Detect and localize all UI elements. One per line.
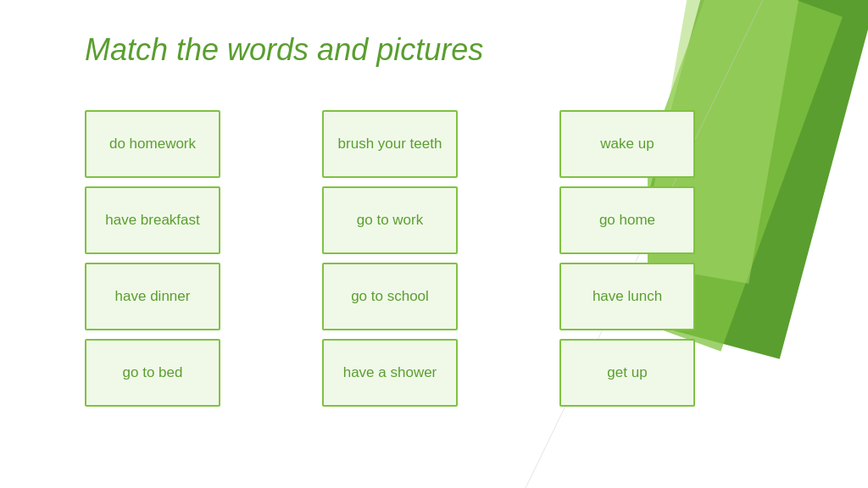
word-grid: do homeworkbrush your teethwake uphave b…	[85, 110, 695, 407]
word-card-brush-your-teeth[interactable]: brush your teeth	[322, 110, 458, 178]
word-card-do-homework[interactable]: do homework	[85, 110, 220, 178]
word-card-go-to-bed[interactable]: go to bed	[85, 339, 220, 407]
word-card-wake-up[interactable]: wake up	[559, 110, 695, 178]
word-card-go-home[interactable]: go home	[559, 186, 695, 254]
word-card-have-breakfast[interactable]: have breakfast	[85, 186, 220, 254]
page-title: Match the words and pictures	[85, 32, 483, 68]
word-card-go-to-school[interactable]: go to school	[322, 263, 458, 330]
word-card-go-to-work[interactable]: go to work	[322, 186, 458, 254]
word-card-have-dinner[interactable]: have dinner	[85, 263, 220, 330]
word-card-get-up[interactable]: get up	[559, 339, 695, 407]
word-card-have-lunch[interactable]: have lunch	[559, 263, 695, 330]
word-card-have-a-shower[interactable]: have a shower	[322, 339, 458, 407]
